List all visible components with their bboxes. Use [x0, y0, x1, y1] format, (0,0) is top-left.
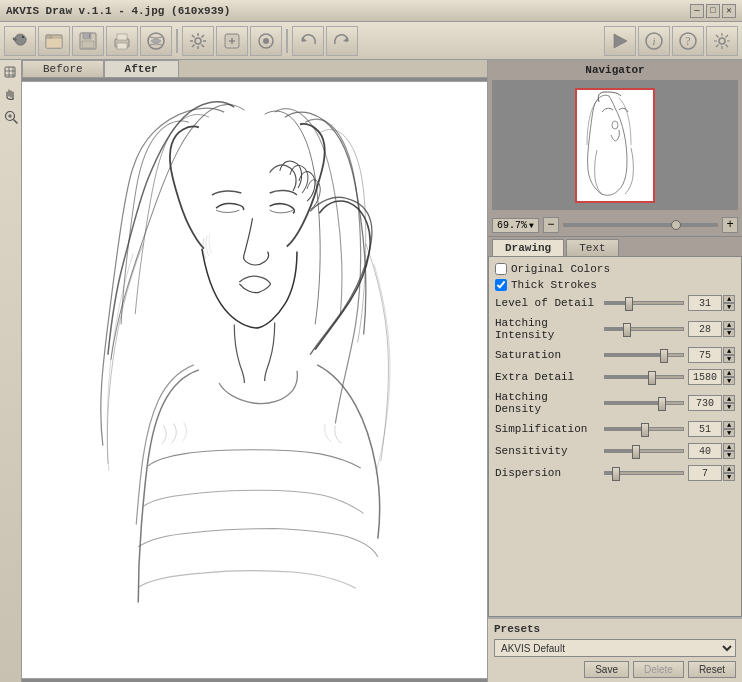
- simplification-spin-down[interactable]: ▼: [723, 429, 735, 437]
- controls-panel: Original Colors Thick Strokes Level of D…: [488, 256, 742, 617]
- text-tab[interactable]: Text: [566, 239, 618, 256]
- presets-title: Presets: [494, 623, 736, 635]
- simplification-spin-up[interactable]: ▲: [723, 421, 735, 429]
- saturation-spin-down[interactable]: ▼: [723, 355, 735, 363]
- simplification-value-box: 51▲▼: [688, 421, 735, 437]
- zoom-in-button[interactable]: +: [722, 217, 738, 233]
- canvas-content[interactable]: [22, 78, 487, 682]
- hatching-intensity-label: Hatching Intensity: [495, 317, 600, 341]
- dispersion-spinners: ▲▼: [723, 465, 735, 481]
- hatching-intensity-thumb[interactable]: [623, 323, 631, 337]
- original-colors-row: Original Colors: [495, 263, 735, 275]
- close-button[interactable]: ✕: [722, 4, 736, 18]
- saturation-row: Saturation75▲▼: [495, 347, 735, 363]
- hatching-density-spin-up[interactable]: ▲: [723, 395, 735, 403]
- original-colors-checkbox[interactable]: [495, 263, 507, 275]
- svg-text:i: i: [652, 35, 655, 47]
- level-of-detail-slider[interactable]: [604, 301, 684, 305]
- right-panel: Navigator: [487, 60, 742, 682]
- about-button[interactable]: i: [638, 26, 670, 56]
- pencil-tool-button[interactable]: [2, 64, 20, 82]
- navigator-sketch: [577, 90, 653, 201]
- hatching-density-row: Hatching Density730▲▼: [495, 391, 735, 415]
- panel-tabs: Drawing Text: [488, 237, 742, 256]
- help-button[interactable]: ?: [672, 26, 704, 56]
- print-button[interactable]: [106, 26, 138, 56]
- hatching-intensity-slider[interactable]: [604, 327, 684, 331]
- extra-detail-value-box: 1580▲▼: [688, 369, 735, 385]
- level-of-detail-spin-up[interactable]: ▲: [723, 295, 735, 303]
- reset-preset-button[interactable]: Reset: [688, 661, 736, 678]
- svg-point-13: [263, 38, 269, 44]
- simplification-slider[interactable]: [604, 427, 684, 431]
- hatching-intensity-value: 28: [688, 321, 722, 337]
- after-tab[interactable]: After: [104, 60, 179, 77]
- extra-detail-value: 1580: [688, 369, 722, 385]
- sensitivity-spin-up[interactable]: ▲: [723, 443, 735, 451]
- window-title: AKVIS Draw v.1.1 - 4.jpg (610x939): [6, 5, 230, 17]
- maximize-button[interactable]: □: [706, 4, 720, 18]
- saturation-thumb[interactable]: [660, 349, 668, 363]
- delete-preset-button[interactable]: Delete: [633, 661, 684, 678]
- before-tab[interactable]: Before: [22, 60, 104, 77]
- drawing-tab[interactable]: Drawing: [492, 239, 564, 256]
- dispersion-spin-up[interactable]: ▲: [723, 465, 735, 473]
- sensitivity-spin-down[interactable]: ▼: [723, 451, 735, 459]
- simplification-thumb[interactable]: [641, 423, 649, 437]
- svg-rect-20: [5, 67, 15, 77]
- zoom-slider-thumb[interactable]: [671, 220, 681, 230]
- simplification-fill: [605, 428, 645, 430]
- level-of-detail-value: 31: [688, 295, 722, 311]
- hatching-density-value: 730: [688, 395, 722, 411]
- svg-rect-4: [82, 41, 94, 48]
- hatching-intensity-spin-down[interactable]: ▼: [723, 329, 735, 337]
- thick-strokes-label: Thick Strokes: [511, 279, 597, 291]
- sensitivity-slider[interactable]: [604, 449, 684, 453]
- hand-tool-button[interactable]: [2, 86, 20, 104]
- undo-button[interactable]: [292, 26, 324, 56]
- navigator-thumbnail[interactable]: [575, 88, 655, 203]
- bird-logo-button[interactable]: [4, 26, 36, 56]
- zoom-tool-button[interactable]: [2, 108, 20, 126]
- hatching-density-slider[interactable]: [604, 401, 684, 405]
- saturation-spin-up[interactable]: ▲: [723, 347, 735, 355]
- preset-dropdown[interactable]: AKVIS Default: [494, 639, 736, 657]
- hatching-intensity-spin-up[interactable]: ▲: [723, 321, 735, 329]
- save-button[interactable]: [72, 26, 104, 56]
- settings-button[interactable]: [182, 26, 214, 56]
- hatching-density-thumb[interactable]: [658, 397, 666, 411]
- plugin-button[interactable]: [216, 26, 248, 56]
- level-of-detail-thumb[interactable]: [625, 297, 633, 311]
- extra-detail-thumb[interactable]: [648, 371, 656, 385]
- dispersion-row: Dispersion7▲▼: [495, 465, 735, 481]
- open-file-button[interactable]: [38, 26, 70, 56]
- extra-detail-spin-up[interactable]: ▲: [723, 369, 735, 377]
- gear-button[interactable]: [706, 26, 738, 56]
- extra-detail-slider[interactable]: [604, 375, 684, 379]
- extra-detail-row: Extra Detail1580▲▼: [495, 369, 735, 385]
- svg-rect-5: [89, 34, 90, 38]
- level-of-detail-spin-down[interactable]: ▼: [723, 303, 735, 311]
- zoom-value-display[interactable]: 69.7% ▼: [492, 218, 539, 233]
- hatching-density-spin-down[interactable]: ▼: [723, 403, 735, 411]
- dispersion-thumb[interactable]: [612, 467, 620, 481]
- zoom-dropdown-icon[interactable]: ▼: [529, 221, 534, 230]
- zoom-out-button[interactable]: −: [543, 217, 559, 233]
- thick-strokes-checkbox[interactable]: [495, 279, 507, 291]
- extra-detail-spin-down[interactable]: ▼: [723, 377, 735, 385]
- saturation-fill: [605, 354, 664, 356]
- thick-strokes-row: Thick Strokes: [495, 279, 735, 291]
- export-button[interactable]: [140, 26, 172, 56]
- zoom-slider[interactable]: [563, 223, 718, 227]
- minimize-button[interactable]: ─: [690, 4, 704, 18]
- redo-button[interactable]: [326, 26, 358, 56]
- run-button[interactable]: [604, 26, 636, 56]
- sensitivity-thumb[interactable]: [632, 445, 640, 459]
- dispersion-spin-down[interactable]: ▼: [723, 473, 735, 481]
- dispersion-slider[interactable]: [604, 471, 684, 475]
- hatching-intensity-row: Hatching Intensity28▲▼: [495, 317, 735, 341]
- saturation-slider[interactable]: [604, 353, 684, 357]
- save-preset-button[interactable]: Save: [584, 661, 629, 678]
- extra-detail-spinners: ▲▼: [723, 369, 735, 385]
- preferences-button[interactable]: [250, 26, 282, 56]
